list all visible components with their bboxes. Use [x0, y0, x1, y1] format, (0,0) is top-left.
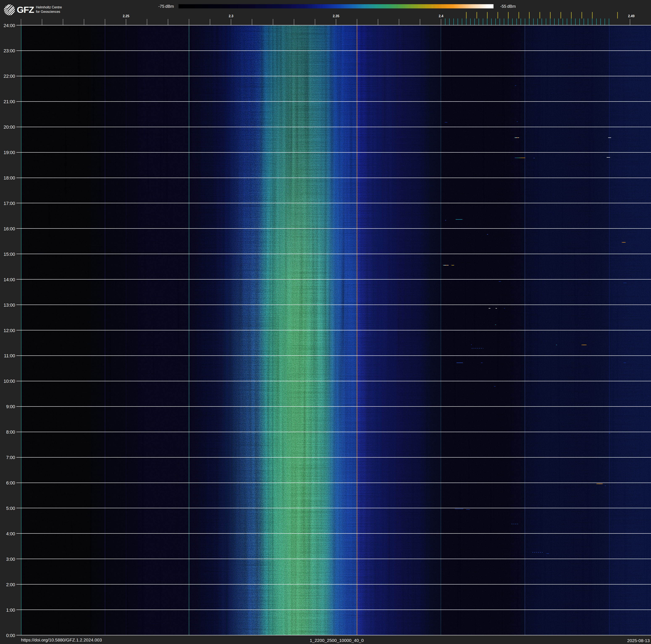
svg-text:for Geosciences: for Geosciences: [36, 10, 60, 13]
svg-text:GFZ: GFZ: [17, 5, 34, 15]
svg-text:Helmholtz Centre: Helmholtz Centre: [36, 5, 62, 9]
